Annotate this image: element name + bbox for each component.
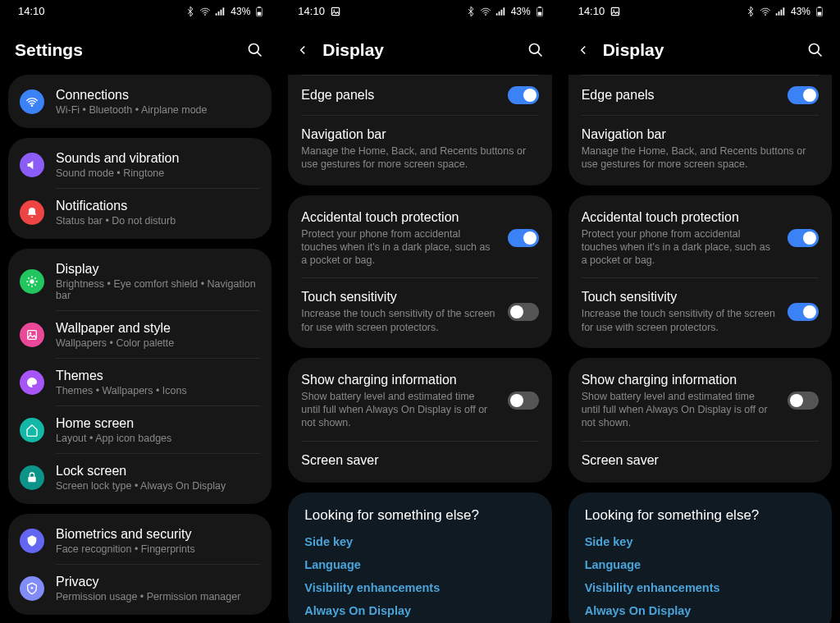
link-visibility[interactable]: Visibility enhancements xyxy=(585,581,815,594)
item-title: Home screen xyxy=(56,415,260,432)
item-sounds[interactable]: Sounds and vibration Sound mode • Ringto… xyxy=(8,141,272,188)
item-subtitle: Sound mode • Ringtone xyxy=(56,167,260,179)
display-group: Edge panels Navigation bar Manage the Ho… xyxy=(568,75,832,186)
row-desc: Increase the touch sensitivity of the sc… xyxy=(301,307,495,334)
item-home-screen[interactable]: Home screen Layout • App icon badges xyxy=(8,406,272,453)
toggle-edge-panels[interactable] xyxy=(788,86,819,104)
back-button[interactable] xyxy=(575,42,591,58)
search-button[interactable] xyxy=(245,40,265,60)
toggle-charging-info[interactable] xyxy=(508,392,539,410)
item-subtitle: Brightness • Eye comfort shield • Naviga… xyxy=(56,278,260,301)
svg-point-18 xyxy=(614,9,615,11)
item-display[interactable]: Display Brightness • Eye comfort shield … xyxy=(8,252,272,310)
wifi-icon xyxy=(480,6,491,17)
status-bar: 14:10 43% xyxy=(283,0,556,21)
row-title: Edge panels xyxy=(301,87,495,103)
link-side-key[interactable]: Side key xyxy=(585,535,815,548)
status-time: 14:10 xyxy=(578,5,605,17)
item-notifications[interactable]: Notifications Status bar • Do not distur… xyxy=(8,189,272,236)
item-themes[interactable]: Themes Themes • Wallpapers • Icons xyxy=(8,359,272,405)
svg-rect-10 xyxy=(331,7,339,15)
toggle-touch-sensitivity[interactable] xyxy=(508,303,539,321)
row-title: Screen saver xyxy=(582,452,819,469)
row-title: Accidental touch protection xyxy=(582,209,776,226)
status-icons: 43% xyxy=(465,6,546,17)
row-screen-saver[interactable]: Screen saver xyxy=(568,442,832,479)
wifi-icon xyxy=(199,6,211,17)
shield-icon xyxy=(20,529,44,553)
row-navigation-bar[interactable]: Navigation bar Manage the Home, Back, an… xyxy=(288,116,551,182)
svg-rect-21 xyxy=(818,7,821,7)
battery-icon xyxy=(253,6,265,17)
row-title: Accidental touch protection xyxy=(301,209,495,226)
link-visibility[interactable]: Visibility enhancements xyxy=(304,581,535,594)
row-edge-panels[interactable]: Edge panels xyxy=(288,76,551,115)
item-biometrics[interactable]: Biometrics and security Face recognition… xyxy=(8,517,272,564)
svg-point-15 xyxy=(529,44,539,54)
toggle-charging-info[interactable] xyxy=(788,392,819,410)
looking-for-group: Looking for something else? Side key Lan… xyxy=(568,492,832,624)
row-edge-panels[interactable]: Edge panels xyxy=(568,76,832,115)
row-navigation-bar[interactable]: Navigation bar Manage the Home, Back, an… xyxy=(568,116,832,182)
chevron-left-icon xyxy=(576,43,591,57)
link-side-key[interactable]: Side key xyxy=(304,535,535,548)
search-button[interactable] xyxy=(806,40,825,60)
row-desc: Protect your phone from accidental touch… xyxy=(582,227,776,268)
svg-point-3 xyxy=(249,44,259,54)
row-desc: Manage the Home, Back, and Recents butto… xyxy=(582,144,819,172)
display-group: Show charging information Show battery l… xyxy=(568,358,832,483)
svg-point-7 xyxy=(30,332,32,334)
svg-point-5 xyxy=(30,279,34,283)
header: Display xyxy=(283,21,556,75)
row-accidental-touch[interactable]: Accidental touch protection Protect your… xyxy=(568,199,832,278)
svg-line-16 xyxy=(537,53,541,57)
svg-rect-17 xyxy=(612,7,619,15)
item-lock-screen[interactable]: Lock screen Screen lock type • Always On… xyxy=(8,454,272,501)
screenshot-indicator-icon xyxy=(330,6,341,17)
link-aod[interactable]: Always On Display xyxy=(585,604,815,617)
display-group: Accidental touch protection Protect your… xyxy=(288,195,551,348)
row-touch-sensitivity[interactable]: Touch sensitivity Increase the touch sen… xyxy=(288,278,551,345)
row-title: Touch sensitivity xyxy=(582,289,776,305)
svg-rect-2 xyxy=(258,7,262,7)
svg-rect-20 xyxy=(818,11,822,15)
link-language[interactable]: Language xyxy=(304,558,535,571)
display-group: Show charging information Show battery l… xyxy=(288,358,551,483)
looking-for-title: Looking for something else? xyxy=(304,507,535,524)
link-language[interactable]: Language xyxy=(585,558,815,571)
row-touch-sensitivity[interactable]: Touch sensitivity Increase the touch sen… xyxy=(568,278,832,345)
battery-percent: 43% xyxy=(791,6,810,17)
row-charging-info[interactable]: Show charging information Show battery l… xyxy=(288,361,551,441)
row-accidental-touch[interactable]: Accidental touch protection Protect your… xyxy=(288,199,551,278)
status-bar: 14:10 43% xyxy=(564,0,837,21)
item-privacy[interactable]: Privacy Permission usage • Permission ma… xyxy=(8,565,272,612)
item-connections[interactable]: Connections Wi-Fi • Bluetooth • Airplane… xyxy=(8,78,272,125)
notifications-icon xyxy=(20,200,44,225)
looking-for-group: Looking for something else? Side key Lan… xyxy=(288,492,551,624)
row-charging-info[interactable]: Show charging information Show battery l… xyxy=(568,361,832,441)
item-title: Display xyxy=(56,261,260,277)
link-aod[interactable]: Always On Display xyxy=(304,604,535,617)
settings-list[interactable]: Connections Wi-Fi • Bluetooth • Airplane… xyxy=(3,75,276,616)
item-wallpaper[interactable]: Wallpaper and style Wallpapers • Color p… xyxy=(8,311,272,358)
item-title: Sounds and vibration xyxy=(56,150,260,167)
search-button[interactable] xyxy=(526,40,546,60)
svg-line-23 xyxy=(817,53,821,57)
item-subtitle: Status bar • Do not disturb xyxy=(56,215,260,227)
bluetooth-icon xyxy=(465,6,477,17)
row-screen-saver[interactable]: Screen saver xyxy=(288,442,551,479)
row-desc: Increase the touch sensitivity of the sc… xyxy=(582,307,776,334)
item-subtitle: Permission usage • Permission manager xyxy=(56,591,260,602)
toggle-accidental-touch[interactable] xyxy=(788,229,819,247)
toggle-touch-sensitivity[interactable] xyxy=(788,303,819,321)
sound-icon xyxy=(20,153,44,177)
panel-settings: 14:10 43% Settings Connections Wi-Fi • B… xyxy=(0,0,280,623)
item-subtitle: Themes • Wallpapers • Icons xyxy=(56,385,260,396)
display-icon xyxy=(20,269,44,294)
back-button[interactable] xyxy=(294,42,311,58)
toggle-accidental-touch[interactable] xyxy=(508,229,539,247)
toggle-edge-panels[interactable] xyxy=(508,86,539,104)
privacy-icon xyxy=(20,576,44,601)
svg-rect-13 xyxy=(537,11,541,15)
row-desc: Manage the Home, Back, and Recents butto… xyxy=(301,144,538,172)
